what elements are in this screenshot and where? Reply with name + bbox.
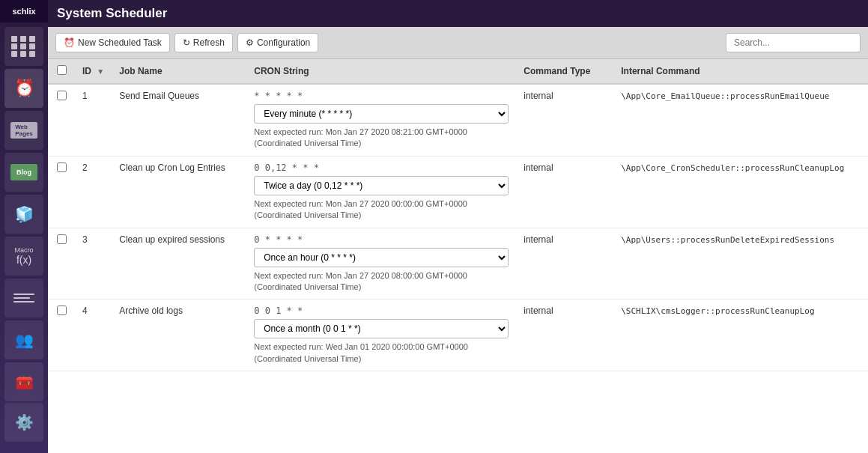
gear-icon: ⚙	[246, 37, 254, 48]
sidebar-item-blocks[interactable]: 🧊	[4, 195, 43, 234]
table-row: 4 Archive old logs 0 0 1 * * Once a mont…	[48, 300, 868, 371]
sidebar: schlix ⏰ WebPages Blog 🧊	[0, 0, 48, 453]
cron-raw-string: * * * * *	[254, 91, 509, 101]
toolbar: ⏰ New Scheduled Task ↻ Refresh ⚙ Configu…	[48, 27, 868, 59]
row-checkbox[interactable]	[57, 91, 67, 100]
refresh-label: Refresh	[193, 37, 225, 48]
cron-cell-content: * * * * * Every minute (* * * * *) Next …	[254, 91, 509, 150]
sidebar-item-settings[interactable]: ⚙️	[4, 403, 43, 442]
sidebar-item-people[interactable]: 👥	[4, 320, 43, 359]
configuration-button[interactable]: ⚙ Configuration	[237, 33, 318, 52]
cron-next-run: Next expected run: Mon Jan 27 2020 08:00…	[254, 270, 509, 294]
new-task-label: New Scheduled Task	[78, 37, 162, 48]
sidebar-item-clock[interactable]: ⏰	[4, 69, 43, 108]
sidebar-icons: ⏰ WebPages Blog 🧊 Macro f(x)	[0, 22, 48, 443]
cron-raw-string: 0 0 1 * *	[254, 305, 509, 316]
cron-select[interactable]: Twice a day (0 0,12 * * *)	[254, 176, 509, 195]
table-row: 3 Clean up expired sessions 0 * * * * On…	[48, 228, 868, 300]
topbar: System Scheduler	[48, 0, 868, 27]
cron-next-run: Next expected run: Wed Jan 01 2020 00:00…	[254, 341, 509, 365]
table-row: 2 Clean up Cron Log Entries 0 0,12 * * *…	[48, 156, 868, 228]
cron-string-header: CRON String	[246, 59, 516, 84]
job-name-header: Job Name	[112, 59, 246, 84]
internal-command-text: \App\Users::processRunDeleteExpiredSessi…	[621, 235, 834, 245]
configuration-label: Configuration	[257, 37, 310, 48]
internal-command-text: \App\Core_CronScheduler::processRunClean…	[621, 163, 844, 173]
cron-select[interactable]: Once an hour (0 * * * *)	[254, 248, 509, 267]
row-internal-command: \App\Core_CronScheduler::processRunClean…	[613, 156, 868, 228]
row-cron-cell: 0 * * * * Once an hour (0 * * * *) Next …	[246, 228, 516, 300]
row-checkbox-cell	[48, 300, 75, 371]
id-sort-arrow: ▼	[97, 67, 104, 76]
row-internal-command: \App\Users::processRunDeleteExpiredSessi…	[613, 228, 868, 300]
page-title: System Scheduler	[57, 6, 167, 21]
id-header[interactable]: ID ▼	[75, 59, 112, 84]
row-cron-cell: 0 0 1 * * Once a month (0 0 1 * *) Next …	[246, 300, 516, 371]
row-command-type: internal	[516, 228, 613, 300]
row-cron-cell: 0 0,12 * * * Twice a day (0 0,12 * * *) …	[246, 156, 516, 228]
cron-cell-content: 0 * * * * Once an hour (0 * * * *) Next …	[254, 234, 509, 294]
row-job-name: Archive old logs	[112, 300, 246, 371]
cron-raw-string: 0 * * * *	[254, 234, 509, 245]
row-job-name: Clean up Cron Log Entries	[112, 156, 246, 228]
refresh-icon: ↻	[183, 37, 190, 48]
clock-icon: ⏰	[64, 37, 75, 48]
new-task-button[interactable]: ⏰ New Scheduled Task	[55, 33, 170, 52]
row-command-type: internal	[516, 84, 613, 156]
row-id: 3	[75, 228, 112, 300]
sidebar-item-macro[interactable]: Macro f(x)	[4, 237, 43, 276]
sidebar-item-blog[interactable]: Blog	[4, 153, 43, 192]
row-checkbox-cell	[48, 228, 75, 300]
row-checkbox[interactable]	[57, 305, 67, 315]
row-internal-command: \SCHLIX\cmsLogger::processRunCleanupLog	[613, 300, 868, 371]
row-internal-command: \App\Core_EmailQueue::processRunEmailQue…	[613, 84, 868, 156]
cron-raw-string: 0 0,12 * * *	[254, 162, 509, 173]
sidebar-item-tools[interactable]: 🧰	[4, 362, 43, 401]
row-checkbox[interactable]	[57, 162, 67, 172]
table-header-row: ID ▼ Job Name CRON String Command Type I…	[48, 59, 868, 84]
select-all-checkbox[interactable]	[57, 65, 67, 75]
cron-select[interactable]: Every minute (* * * * *)	[254, 104, 509, 124]
sidebar-item-menu[interactable]	[4, 279, 43, 317]
row-checkbox[interactable]	[57, 234, 67, 244]
cron-select[interactable]: Once a month (0 0 1 * *)	[254, 319, 509, 338]
app-logo: schlix	[0, 0, 48, 22]
command-type-header: Command Type	[516, 59, 613, 84]
row-id: 1	[75, 84, 112, 156]
row-id: 2	[75, 156, 112, 228]
row-checkbox-cell	[48, 84, 75, 156]
row-job-name: Send Email Queues	[112, 84, 246, 156]
row-job-name: Clean up expired sessions	[112, 228, 246, 300]
internal-command-text: \SCHLIX\cmsLogger::processRunCleanupLog	[621, 306, 814, 316]
cron-cell-content: 0 0,12 * * * Twice a day (0 0,12 * * *) …	[254, 162, 509, 222]
row-checkbox-cell	[48, 156, 75, 228]
table-row: 1 Send Email Queues * * * * * Every minu…	[48, 84, 868, 156]
refresh-button[interactable]: ↻ Refresh	[174, 33, 233, 52]
cron-next-run: Next expected run: Mon Jan 27 2020 00:00…	[254, 198, 509, 222]
select-all-header	[48, 59, 75, 84]
row-id: 4	[75, 300, 112, 371]
main-area: System Scheduler ⏰ New Scheduled Task ↻ …	[48, 0, 868, 453]
sidebar-item-grid[interactable]	[4, 27, 43, 66]
cron-cell-content: 0 0 1 * * Once a month (0 0 1 * *) Next …	[254, 305, 509, 365]
search-input[interactable]	[726, 33, 861, 52]
internal-command-header: Internal Command	[613, 59, 868, 84]
table-container: ID ▼ Job Name CRON String Command Type I…	[48, 59, 868, 453]
sidebar-item-webpages[interactable]: WebPages	[4, 111, 43, 150]
row-cron-cell: * * * * * Every minute (* * * * *) Next …	[246, 84, 516, 156]
row-command-type: internal	[516, 300, 613, 371]
internal-command-text: \App\Core_EmailQueue::processRunEmailQue…	[621, 91, 829, 101]
cron-next-run: Next expected run: Mon Jan 27 2020 08:21…	[254, 127, 509, 150]
scheduled-tasks-table: ID ▼ Job Name CRON String Command Type I…	[48, 59, 868, 371]
row-command-type: internal	[516, 156, 613, 228]
